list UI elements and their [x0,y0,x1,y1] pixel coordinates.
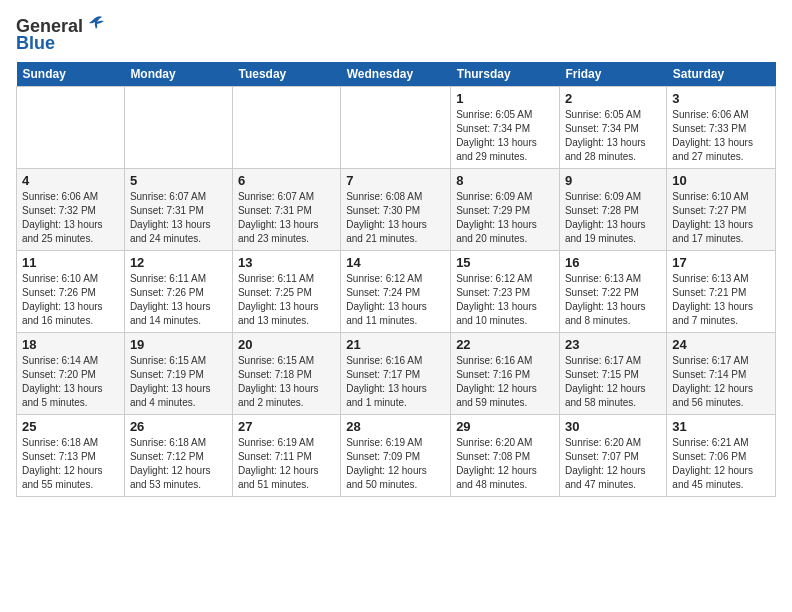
day-number: 14 [346,255,445,270]
day-cell [124,87,232,169]
day-number: 1 [456,91,554,106]
day-number: 22 [456,337,554,352]
day-cell: 6Sunrise: 6:07 AM Sunset: 7:31 PM Daylig… [232,169,340,251]
day-cell: 24Sunrise: 6:17 AM Sunset: 7:14 PM Dayli… [667,333,776,415]
day-info: Sunrise: 6:19 AM Sunset: 7:09 PM Dayligh… [346,436,445,492]
day-info: Sunrise: 6:15 AM Sunset: 7:18 PM Dayligh… [238,354,335,410]
day-number: 30 [565,419,661,434]
day-number: 23 [565,337,661,352]
day-cell: 15Sunrise: 6:12 AM Sunset: 7:23 PM Dayli… [451,251,560,333]
day-info: Sunrise: 6:06 AM Sunset: 7:32 PM Dayligh… [22,190,119,246]
day-cell: 4Sunrise: 6:06 AM Sunset: 7:32 PM Daylig… [17,169,125,251]
logo-blue: Blue [16,33,55,54]
day-cell: 5Sunrise: 6:07 AM Sunset: 7:31 PM Daylig… [124,169,232,251]
day-number: 9 [565,173,661,188]
day-cell: 19Sunrise: 6:15 AM Sunset: 7:19 PM Dayli… [124,333,232,415]
day-info: Sunrise: 6:17 AM Sunset: 7:14 PM Dayligh… [672,354,770,410]
day-number: 2 [565,91,661,106]
day-info: Sunrise: 6:21 AM Sunset: 7:06 PM Dayligh… [672,436,770,492]
day-number: 15 [456,255,554,270]
day-info: Sunrise: 6:11 AM Sunset: 7:25 PM Dayligh… [238,272,335,328]
day-number: 16 [565,255,661,270]
day-cell: 2Sunrise: 6:05 AM Sunset: 7:34 PM Daylig… [559,87,666,169]
day-cell [232,87,340,169]
day-info: Sunrise: 6:13 AM Sunset: 7:21 PM Dayligh… [672,272,770,328]
day-cell [341,87,451,169]
day-cell: 7Sunrise: 6:08 AM Sunset: 7:30 PM Daylig… [341,169,451,251]
day-info: Sunrise: 6:12 AM Sunset: 7:23 PM Dayligh… [456,272,554,328]
day-number: 8 [456,173,554,188]
day-info: Sunrise: 6:20 AM Sunset: 7:08 PM Dayligh… [456,436,554,492]
day-info: Sunrise: 6:06 AM Sunset: 7:33 PM Dayligh… [672,108,770,164]
day-number: 3 [672,91,770,106]
day-cell: 27Sunrise: 6:19 AM Sunset: 7:11 PM Dayli… [232,415,340,497]
day-number: 26 [130,419,227,434]
day-cell: 14Sunrise: 6:12 AM Sunset: 7:24 PM Dayli… [341,251,451,333]
day-info: Sunrise: 6:10 AM Sunset: 7:26 PM Dayligh… [22,272,119,328]
day-number: 31 [672,419,770,434]
day-cell: 23Sunrise: 6:17 AM Sunset: 7:15 PM Dayli… [559,333,666,415]
week-row-5: 25Sunrise: 6:18 AM Sunset: 7:13 PM Dayli… [17,415,776,497]
day-number: 24 [672,337,770,352]
header: General Blue [16,16,776,54]
day-number: 13 [238,255,335,270]
day-info: Sunrise: 6:11 AM Sunset: 7:26 PM Dayligh… [130,272,227,328]
day-cell: 10Sunrise: 6:10 AM Sunset: 7:27 PM Dayli… [667,169,776,251]
day-info: Sunrise: 6:05 AM Sunset: 7:34 PM Dayligh… [456,108,554,164]
day-cell: 17Sunrise: 6:13 AM Sunset: 7:21 PM Dayli… [667,251,776,333]
day-number: 6 [238,173,335,188]
day-info: Sunrise: 6:09 AM Sunset: 7:28 PM Dayligh… [565,190,661,246]
day-number: 27 [238,419,335,434]
day-cell [17,87,125,169]
day-number: 7 [346,173,445,188]
day-info: Sunrise: 6:08 AM Sunset: 7:30 PM Dayligh… [346,190,445,246]
logo: General Blue [16,16,106,54]
day-cell: 25Sunrise: 6:18 AM Sunset: 7:13 PM Dayli… [17,415,125,497]
day-number: 5 [130,173,227,188]
week-row-3: 11Sunrise: 6:10 AM Sunset: 7:26 PM Dayli… [17,251,776,333]
day-cell: 30Sunrise: 6:20 AM Sunset: 7:07 PM Dayli… [559,415,666,497]
day-cell: 29Sunrise: 6:20 AM Sunset: 7:08 PM Dayli… [451,415,560,497]
day-cell: 22Sunrise: 6:16 AM Sunset: 7:16 PM Dayli… [451,333,560,415]
day-cell: 1Sunrise: 6:05 AM Sunset: 7:34 PM Daylig… [451,87,560,169]
day-number: 29 [456,419,554,434]
day-number: 25 [22,419,119,434]
week-row-2: 4Sunrise: 6:06 AM Sunset: 7:32 PM Daylig… [17,169,776,251]
day-info: Sunrise: 6:18 AM Sunset: 7:12 PM Dayligh… [130,436,227,492]
day-cell: 13Sunrise: 6:11 AM Sunset: 7:25 PM Dayli… [232,251,340,333]
day-cell: 20Sunrise: 6:15 AM Sunset: 7:18 PM Dayli… [232,333,340,415]
day-number: 18 [22,337,119,352]
week-row-4: 18Sunrise: 6:14 AM Sunset: 7:20 PM Dayli… [17,333,776,415]
day-info: Sunrise: 6:16 AM Sunset: 7:17 PM Dayligh… [346,354,445,410]
day-number: 21 [346,337,445,352]
day-cell: 11Sunrise: 6:10 AM Sunset: 7:26 PM Dayli… [17,251,125,333]
day-number: 19 [130,337,227,352]
day-info: Sunrise: 6:15 AM Sunset: 7:19 PM Dayligh… [130,354,227,410]
day-number: 10 [672,173,770,188]
day-info: Sunrise: 6:10 AM Sunset: 7:27 PM Dayligh… [672,190,770,246]
day-number: 20 [238,337,335,352]
day-number: 17 [672,255,770,270]
day-number: 28 [346,419,445,434]
header-saturday: Saturday [667,62,776,87]
day-info: Sunrise: 6:16 AM Sunset: 7:16 PM Dayligh… [456,354,554,410]
header-tuesday: Tuesday [232,62,340,87]
day-number: 11 [22,255,119,270]
day-info: Sunrise: 6:07 AM Sunset: 7:31 PM Dayligh… [238,190,335,246]
day-cell: 18Sunrise: 6:14 AM Sunset: 7:20 PM Dayli… [17,333,125,415]
day-info: Sunrise: 6:12 AM Sunset: 7:24 PM Dayligh… [346,272,445,328]
day-cell: 3Sunrise: 6:06 AM Sunset: 7:33 PM Daylig… [667,87,776,169]
day-info: Sunrise: 6:07 AM Sunset: 7:31 PM Dayligh… [130,190,227,246]
calendar-table: SundayMondayTuesdayWednesdayThursdayFrid… [16,62,776,497]
day-cell: 16Sunrise: 6:13 AM Sunset: 7:22 PM Dayli… [559,251,666,333]
header-thursday: Thursday [451,62,560,87]
day-cell: 8Sunrise: 6:09 AM Sunset: 7:29 PM Daylig… [451,169,560,251]
header-friday: Friday [559,62,666,87]
day-info: Sunrise: 6:20 AM Sunset: 7:07 PM Dayligh… [565,436,661,492]
week-row-1: 1Sunrise: 6:05 AM Sunset: 7:34 PM Daylig… [17,87,776,169]
day-info: Sunrise: 6:05 AM Sunset: 7:34 PM Dayligh… [565,108,661,164]
header-sunday: Sunday [17,62,125,87]
calendar-header-row: SundayMondayTuesdayWednesdayThursdayFrid… [17,62,776,87]
day-info: Sunrise: 6:14 AM Sunset: 7:20 PM Dayligh… [22,354,119,410]
header-wednesday: Wednesday [341,62,451,87]
